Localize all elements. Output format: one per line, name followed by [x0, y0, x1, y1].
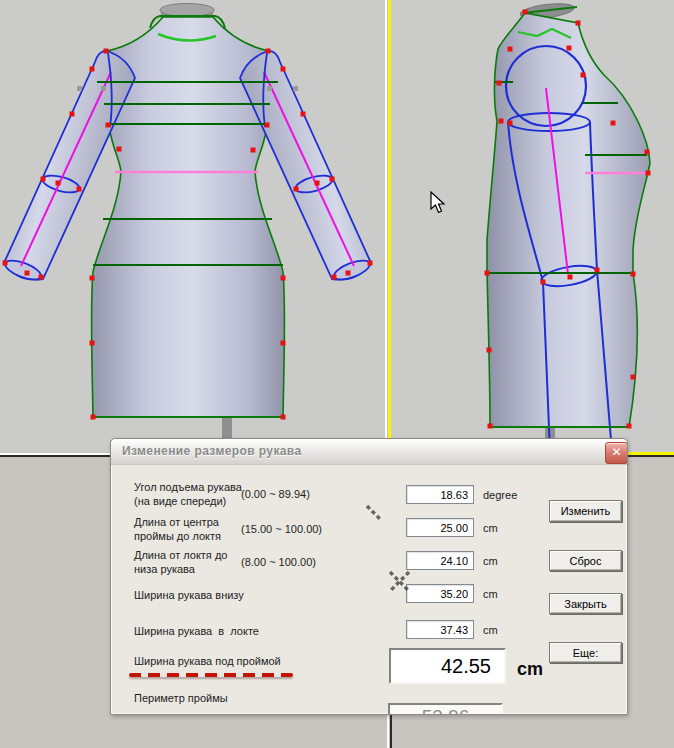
close-button[interactable]: Закрыть: [549, 593, 622, 614]
sleeve-dimensions-dialog: Изменение размеров рукава ✕ Угол подъема…: [110, 438, 628, 715]
viewport-horizontal-shadow-right: [628, 455, 674, 457]
reset-button[interactable]: Сброс: [549, 550, 622, 571]
close-icon[interactable]: ✕: [605, 442, 628, 464]
front-mannequin: [3, 4, 372, 441]
label-armhole-perimeter: Периметр проймы: [134, 691, 228, 705]
input-sleeve-width-bottom[interactable]: [406, 584, 474, 603]
label-elbow-to-hem: Длина от локтя дониза рукава: [134, 548, 227, 576]
label-sleeve-width-underarm: Ширина рукава под проймой: [134, 654, 281, 668]
viewport-vertical-divider[interactable]: [385, 0, 387, 455]
unit-cm-big: cm: [517, 659, 543, 680]
mouse-cursor-icon: [430, 191, 446, 215]
active-view-accent-vertical: [388, 0, 391, 455]
label-sleeve-width-elbow: Ширина рукава в локте: [134, 624, 259, 638]
side-mannequin-canvas: [392, 0, 674, 452]
move-cursor-ghost-icon: [387, 569, 413, 595]
resize-cursor-ghost-icon: [363, 502, 385, 524]
input-sleeve-lift-angle[interactable]: [406, 485, 474, 504]
dialog-title-bar[interactable]: Изменение размеров рукава ✕: [111, 439, 627, 465]
range-sleeve-lift-angle: (0.00 ~ 89.94): [241, 488, 310, 500]
label-sleeve-width-bottom: Ширина рукава внизу: [134, 588, 244, 602]
side-mannequin: [487, 1, 650, 452]
highlight-underline: [129, 673, 293, 677]
unit-cm-3: cm: [483, 588, 498, 600]
front-mannequin-canvas: [0, 0, 386, 452]
more-button[interactable]: Еще:: [549, 642, 622, 663]
range-armhole-to-elbow: (15.00 ~ 100.00): [241, 523, 322, 535]
app-canvas: { "dialog": { "title": "Изменение размер…: [0, 0, 674, 748]
input-sleeve-width-elbow[interactable]: [406, 620, 474, 639]
unit-cm-4: cm: [483, 624, 498, 636]
unit-cm-2: cm: [483, 555, 498, 567]
unit-degree: degree: [483, 489, 517, 501]
value-armhole-perimeter: 53.96: [388, 703, 503, 715]
change-button[interactable]: Изменить: [549, 500, 622, 522]
side-view-viewport[interactable]: [391, 0, 674, 452]
range-elbow-to-hem: (8.00 ~ 100.00): [241, 556, 316, 568]
unit-cm-1: cm: [483, 522, 498, 534]
bottom-vertical-divider-highlight: [387, 715, 389, 748]
label-sleeve-lift-angle: Угол подъема рукава(на виде спереди): [134, 480, 242, 508]
input-sleeve-width-underarm[interactable]: [389, 648, 506, 684]
input-armhole-to-elbow[interactable]: [406, 518, 474, 537]
bottom-vertical-divider: [390, 715, 392, 748]
input-elbow-to-hem[interactable]: [406, 551, 474, 570]
front-view-viewport[interactable]: [0, 0, 386, 452]
viewport-horizontal-shadow-left: [0, 455, 110, 457]
label-armhole-to-elbow: Длина от центрапроймы до локтя: [134, 515, 221, 543]
dialog-title: Изменение размеров рукава: [122, 444, 302, 458]
